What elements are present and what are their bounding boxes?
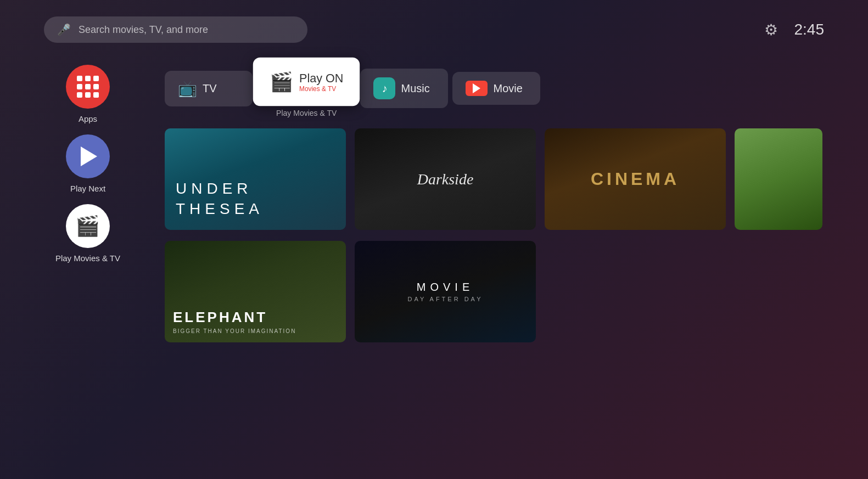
content-area: 📺 TV 🎬 Play ON Movies & TV Play Movies &… [165, 59, 868, 342]
cinema-title: CINEMA [591, 169, 680, 189]
under-sea-title: UNDERTHESEA [176, 179, 264, 219]
movie-day-title: MOVIE DAY AFTER DAY [408, 281, 483, 302]
play-next-icon-circle [66, 134, 110, 178]
apps-label: Apps [79, 114, 97, 123]
card-cinema[interactable]: CINEMA [545, 128, 726, 230]
mic-icon: 🎤 [57, 23, 71, 36]
play-movies-icon-circle: 🎬 [66, 204, 110, 248]
header-right: ⚙ 2:45 [764, 21, 825, 39]
card-elephant[interactable]: ELEPHANT BIGGER THAN YOUR IMAGINATION [165, 241, 346, 342]
sidebar-item-apps[interactable]: Apps [66, 65, 110, 123]
clock: 2:45 [794, 21, 825, 38]
music-icon: ♪ [373, 77, 395, 99]
content-row-2: ELEPHANT BIGGER THAN YOUR IMAGINATION MO… [165, 241, 868, 342]
sidebar: Apps Play Next 🎬 Play Movies & TV [33, 59, 143, 342]
search-bar[interactable]: 🎤 Search movies, TV, and more [44, 16, 307, 43]
play-triangle-icon [81, 146, 97, 166]
elephant-title: ELEPHANT BIGGER THAN YOUR IMAGINATION [173, 309, 296, 334]
card-movie-day[interactable]: MOVIE DAY AFTER DAY [355, 241, 536, 342]
settings-icon[interactable]: ⚙ [764, 21, 778, 39]
tv-icon: 📺 [178, 80, 197, 98]
channel-play-on[interactable]: 🎬 Play ON Movies & TV [253, 58, 360, 106]
channel-movie-label: Movie [493, 82, 522, 95]
card-darkside[interactable]: Darkside [355, 128, 536, 230]
card-4[interactable] [735, 128, 822, 230]
sidebar-item-play-movies[interactable]: 🎬 Play Movies & TV [55, 204, 120, 263]
focused-channel-name: Play Movies & TV [276, 109, 337, 117]
film-icon: 🎬 [75, 215, 100, 238]
card-under-sea[interactable]: UNDERTHESEA [165, 128, 346, 230]
header: 🎤 Search movies, TV, and more ⚙ 2:45 [0, 0, 868, 54]
apps-icon-circle [66, 65, 110, 109]
channel-movie[interactable]: Movie [452, 72, 540, 105]
grid-icon [72, 71, 103, 102]
play-on-title: Play ON [299, 71, 343, 85]
channel-row: 📺 TV 🎬 Play ON Movies & TV Play Movies &… [165, 59, 868, 117]
content-row-1: UNDERTHESEA Darkside CINEMA [165, 128, 868, 230]
search-placeholder: Search movies, TV, and more [79, 24, 208, 36]
play-movies-label: Play Movies & TV [55, 253, 120, 263]
play-next-label: Play Next [70, 184, 105, 193]
channel-music[interactable]: ♪ Music [360, 69, 448, 108]
channel-music-label: Music [401, 82, 429, 95]
sidebar-item-play-next[interactable]: Play Next [66, 134, 110, 193]
movie-icon [466, 81, 488, 96]
channel-tv[interactable]: 📺 TV [165, 71, 253, 106]
play-on-subtitle: Movies & TV [299, 85, 343, 92]
play-on-label-group: Play ON Movies & TV [299, 71, 343, 92]
clapperboard-icon: 🎬 [270, 70, 293, 93]
movie-play-icon [473, 83, 480, 93]
main-content: Apps Play Next 🎬 Play Movies & TV 📺 [0, 54, 868, 342]
channel-tv-label: TV [203, 82, 217, 95]
darkside-title: Darkside [417, 171, 474, 188]
